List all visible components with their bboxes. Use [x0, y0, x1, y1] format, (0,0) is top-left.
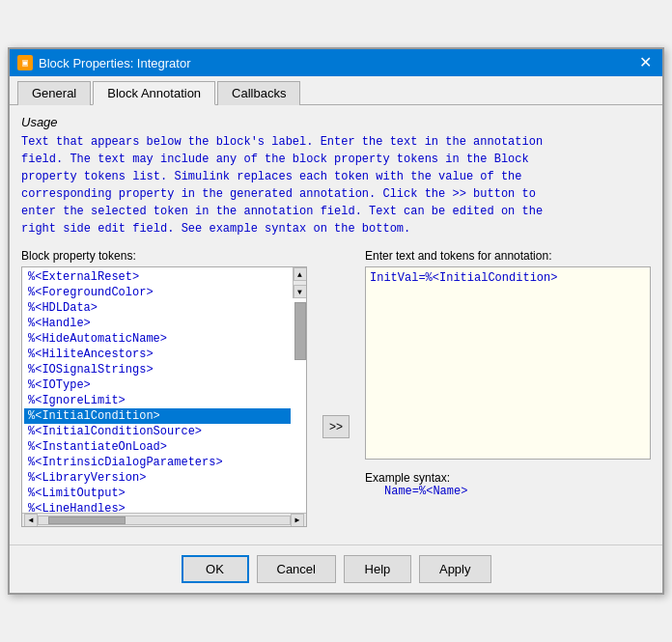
close-button[interactable]: ✕ — [635, 53, 655, 72]
token-list-label: Block property tokens: — [21, 249, 307, 263]
list-item[interactable]: %<HDLData> — [24, 300, 291, 316]
main-window: ▣ Block Properties: Integrator ✕ General… — [8, 47, 664, 595]
list-item[interactable]: %<IOType> — [24, 377, 291, 393]
window-title: Block Properties: Integrator — [39, 56, 191, 70]
scroll-thumb[interactable] — [294, 302, 306, 360]
tab-general[interactable]: General — [17, 81, 91, 105]
hscroll-thumb[interactable] — [48, 516, 126, 524]
tab-content: Usage Text that appears below the block'… — [10, 105, 662, 537]
ok-button[interactable]: OK — [182, 555, 249, 583]
list-item[interactable]: %<Handle> — [24, 316, 291, 331]
scroll-down-button[interactable]: ▼ — [294, 285, 307, 298]
horizontal-scrollbar[interactable]: ◀ ▶ — [22, 513, 306, 526]
button-bar: OK Cancel Help Apply — [10, 544, 662, 593]
right-panel: Enter text and tokens for annotation: In… — [365, 249, 651, 498]
apply-button[interactable]: Apply — [419, 555, 491, 583]
example-syntax-label: Example syntax: — [365, 471, 651, 485]
usage-label: Usage — [21, 115, 651, 129]
window-icon: ▣ — [17, 55, 33, 70]
list-item[interactable]: %<ExternalReset> — [24, 269, 291, 285]
help-button[interactable]: Help — [344, 555, 411, 583]
annotation-textarea[interactable]: InitVal=%<InitialCondition> — [365, 266, 651, 460]
insert-button-wrapper: >> — [319, 415, 353, 438]
list-item[interactable]: %<ForegroundColor> — [24, 285, 291, 300]
annotation-label: Enter text and tokens for annotation: — [365, 249, 651, 263]
list-item[interactable]: %<LimitOutput> — [24, 486, 291, 501]
token-list: %<ExternalReset> %<ForegroundColor> %<HD… — [22, 267, 293, 513]
tab-callbacks[interactable]: Callbacks — [217, 81, 300, 105]
token-list-inner[interactable]: %<ExternalReset> %<ForegroundColor> %<HD… — [22, 267, 293, 513]
list-item[interactable]: %<IntrinsicDialogParameters> — [24, 455, 291, 470]
list-item[interactable]: %<HiliteAncestors> — [24, 347, 291, 362]
scroll-up-button[interactable]: ▲ — [294, 267, 307, 281]
list-item[interactable]: %<LibraryVersion> — [24, 470, 291, 486]
example-syntax-code: Name=%<Name> — [384, 485, 651, 498]
list-scroll-section: %<ExternalReset> %<ForegroundColor> %<HD… — [22, 267, 306, 513]
title-bar: ▣ Block Properties: Integrator ✕ — [10, 49, 662, 76]
scroll-left-button[interactable]: ◀ — [24, 514, 38, 527]
left-panel: Block property tokens: %<ExternalReset> … — [21, 249, 307, 527]
list-item[interactable]: %<InstantiateOnLoad> — [24, 439, 291, 455]
tab-bar: General Block Annotation Callbacks — [10, 76, 662, 105]
list-item[interactable]: %<LineHandles> — [24, 501, 291, 513]
list-item[interactable]: %<HideAutomaticName> — [24, 331, 291, 347]
list-item-selected[interactable]: %<InitialCondition> — [24, 408, 291, 424]
list-item[interactable]: %<IgnoreLimit> — [24, 393, 291, 408]
main-content: Block property tokens: %<ExternalReset> … — [21, 249, 651, 527]
token-list-wrapper: %<ExternalReset> %<ForegroundColor> %<HD… — [21, 266, 307, 527]
title-bar-left: ▣ Block Properties: Integrator — [17, 55, 191, 70]
scroll-right-button[interactable]: ▶ — [291, 514, 304, 527]
cancel-button[interactable]: Cancel — [257, 555, 336, 583]
vertical-scrollbar[interactable]: ▲ ▼ — [293, 267, 306, 298]
hscroll-track[interactable] — [38, 516, 291, 525]
tab-block-annotation[interactable]: Block Annotation — [93, 81, 215, 105]
insert-token-button[interactable]: >> — [322, 415, 350, 438]
list-item[interactable]: %<IOSignalStrings> — [24, 362, 291, 377]
usage-text: Text that appears below the block's labe… — [21, 133, 651, 237]
list-item[interactable]: %<InitialConditionSource> — [24, 424, 291, 439]
